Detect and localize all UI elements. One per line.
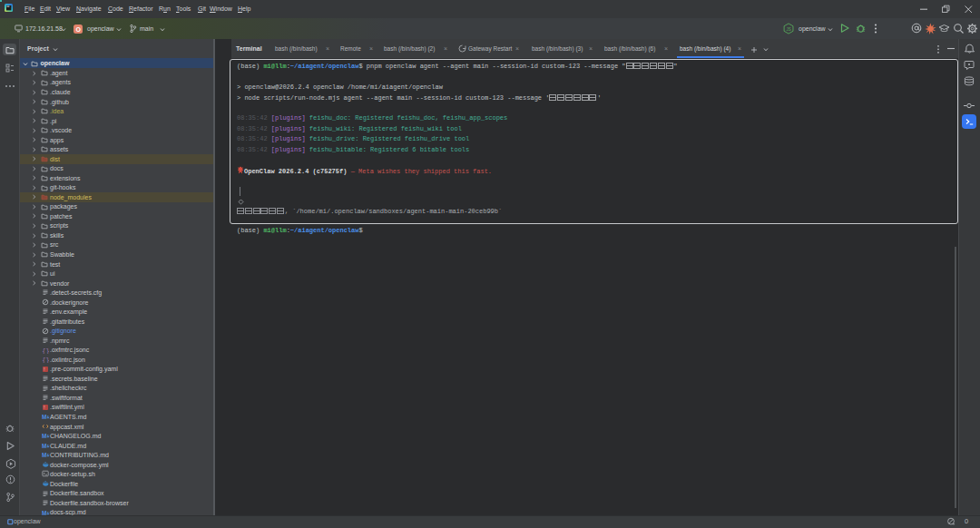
svg-text:{}: {} bbox=[42, 347, 49, 354]
svg-text:!: ! bbox=[44, 367, 44, 372]
svg-text:!: ! bbox=[44, 405, 44, 410]
svg-text:M: M bbox=[42, 414, 46, 420]
svg-text:M: M bbox=[42, 443, 46, 449]
svg-text:M: M bbox=[42, 433, 46, 439]
svg-text:M: M bbox=[42, 452, 46, 458]
svg-text:{}: {} bbox=[42, 357, 49, 364]
svg-text:JS: JS bbox=[786, 27, 790, 32]
